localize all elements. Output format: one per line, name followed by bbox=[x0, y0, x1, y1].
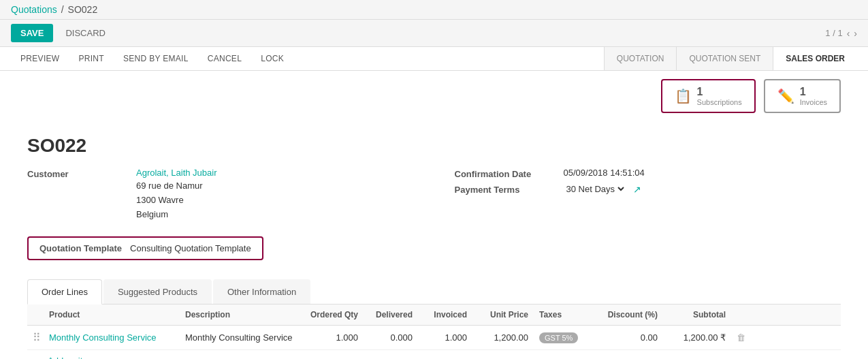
header-discount: Discount (%) bbox=[602, 310, 663, 319]
payment-terms-label: Payment Terms bbox=[455, 183, 564, 195]
quotation-template-value: Consulting Quotation Template bbox=[130, 243, 251, 253]
top-bar: Quotations / SO022 bbox=[0, 0, 868, 20]
header-delivered: Delivered bbox=[364, 310, 418, 319]
table-row: ⠿ Monthly Consulting Service Monthly Con… bbox=[27, 326, 841, 350]
toolbar: PREVIEW PRINT SEND BY EMAIL CANCEL LOCK … bbox=[0, 47, 868, 71]
tab-quotation-sent[interactable]: QUOTATION SENT bbox=[676, 47, 773, 70]
quotation-template-label: Quotation Template bbox=[39, 243, 122, 253]
payment-terms-field: Payment Terms 30 Net Days ↗ bbox=[455, 183, 841, 195]
quotation-template-box: Quotation Template Consulting Quotation … bbox=[27, 236, 263, 260]
gst-badge: GST 5% bbox=[539, 332, 578, 343]
breadcrumb-current: SO022 bbox=[68, 4, 98, 15]
print-button[interactable]: PRINT bbox=[69, 47, 114, 70]
breadcrumb: Quotations / SO022 bbox=[11, 4, 97, 15]
confirmation-date-value: 05/09/2018 14:51:04 bbox=[564, 168, 645, 178]
pagination-text: 1 / 1 bbox=[825, 28, 842, 38]
row-delivered: 0.000 bbox=[364, 332, 418, 343]
customer-field: Customer Agrolait, Laith Jubair 69 rue d… bbox=[27, 168, 414, 221]
form-section: Customer Agrolait, Laith Jubair 69 rue d… bbox=[27, 168, 841, 225]
customer-address-3: Belgium bbox=[136, 208, 217, 222]
confirmation-date-field: Confirmation Date 05/09/2018 14:51:04 bbox=[455, 168, 841, 179]
row-taxes: GST 5% bbox=[534, 332, 602, 343]
invoices-count: 1 bbox=[800, 86, 806, 98]
status-tabs: QUOTATION QUOTATION SENT SALES ORDER bbox=[604, 47, 857, 70]
form-right: Confirmation Date 05/09/2018 14:51:04 Pa… bbox=[455, 168, 841, 225]
order-header: SO022 Customer Agrolait, Laith Jubair 69… bbox=[27, 121, 841, 279]
row-ordered-qty: 1.000 bbox=[302, 332, 364, 343]
tab-order-lines[interactable]: Order Lines bbox=[27, 279, 102, 305]
row-product[interactable]: Monthly Consulting Service bbox=[44, 332, 180, 343]
cancel-button[interactable]: CANCEL bbox=[198, 47, 251, 70]
table-header: Product Description Ordered Qty Delivere… bbox=[27, 305, 841, 326]
header-product: Product bbox=[44, 310, 180, 319]
header-invoiced: Invoiced bbox=[418, 310, 472, 319]
lock-button[interactable]: LOCK bbox=[251, 47, 293, 70]
tab-sales-order[interactable]: SALES ORDER bbox=[773, 47, 857, 70]
send-by-email-button[interactable]: SEND BY EMAIL bbox=[114, 47, 198, 70]
row-description: Monthly Consulting Service bbox=[180, 332, 302, 343]
tab-other-information[interactable]: Other Information bbox=[213, 279, 310, 304]
subscriptions-label: Subscriptions bbox=[697, 98, 742, 106]
invoices-label: Invoices bbox=[800, 98, 827, 106]
row-invoiced: 1.000 bbox=[418, 332, 472, 343]
action-bar: SAVE DISCARD 1 / 1 ‹ › bbox=[0, 20, 868, 47]
content-area: 📋 1 Subscriptions ✏️ 1 Invoices SO022 Cu… bbox=[0, 71, 868, 359]
row-subtotal: 1,200.00 ₹ bbox=[663, 332, 731, 343]
delete-row-button[interactable]: 🗑 bbox=[731, 332, 758, 343]
form-left: Customer Agrolait, Laith Jubair 69 rue d… bbox=[27, 168, 414, 225]
header-actions bbox=[731, 310, 758, 319]
header-unit-price: Unit Price bbox=[472, 310, 534, 319]
row-unit-price: 1,200.00 bbox=[472, 332, 534, 343]
header-description: Description bbox=[180, 310, 302, 319]
invoices-button[interactable]: ✏️ 1 Invoices bbox=[764, 79, 841, 113]
subscriptions-count: 1 bbox=[697, 86, 703, 98]
preview-button[interactable]: PREVIEW bbox=[11, 47, 69, 70]
smart-buttons: 📋 1 Subscriptions ✏️ 1 Invoices bbox=[27, 71, 841, 121]
tabs-container: Order Lines Suggested Products Other Inf… bbox=[27, 279, 841, 305]
header-subtotal: Subtotal bbox=[663, 310, 731, 319]
save-button[interactable]: SAVE bbox=[11, 24, 53, 42]
customer-address-1: 69 rue de Namur bbox=[136, 179, 217, 193]
pagination: 1 / 1 ‹ › bbox=[825, 28, 857, 39]
order-title: SO022 bbox=[27, 135, 841, 157]
header-ordered-qty: Ordered Qty bbox=[302, 310, 364, 319]
subscriptions-button[interactable]: 📋 1 Subscriptions bbox=[661, 79, 756, 113]
subscriptions-icon: 📋 bbox=[675, 88, 692, 104]
customer-label: Customer bbox=[27, 168, 136, 179]
drag-handle[interactable]: ⠿ bbox=[27, 331, 44, 344]
discard-button[interactable]: DISCARD bbox=[56, 24, 115, 42]
payment-terms-external-link[interactable]: ↗ bbox=[633, 184, 641, 195]
confirmation-date-label: Confirmation Date bbox=[455, 168, 564, 179]
add-item-link[interactable]: Add an item bbox=[27, 350, 841, 359]
invoices-icon: ✏️ bbox=[777, 88, 794, 104]
breadcrumb-parent[interactable]: Quotations bbox=[11, 4, 57, 15]
payment-terms-select[interactable]: 30 Net Days bbox=[564, 183, 626, 195]
tab-suggested-products[interactable]: Suggested Products bbox=[103, 279, 212, 304]
customer-name[interactable]: Agrolait, Laith Jubair bbox=[136, 168, 217, 178]
tab-quotation[interactable]: QUOTATION bbox=[604, 47, 677, 70]
header-taxes: Taxes bbox=[534, 310, 602, 319]
pagination-next[interactable]: › bbox=[854, 28, 857, 39]
pagination-prev[interactable]: ‹ bbox=[847, 28, 850, 39]
row-discount: 0.00 bbox=[602, 332, 663, 343]
order-lines: Product Description Ordered Qty Delivere… bbox=[27, 305, 841, 359]
header-drag bbox=[27, 310, 44, 319]
customer-address-2: 1300 Wavre bbox=[136, 193, 217, 208]
